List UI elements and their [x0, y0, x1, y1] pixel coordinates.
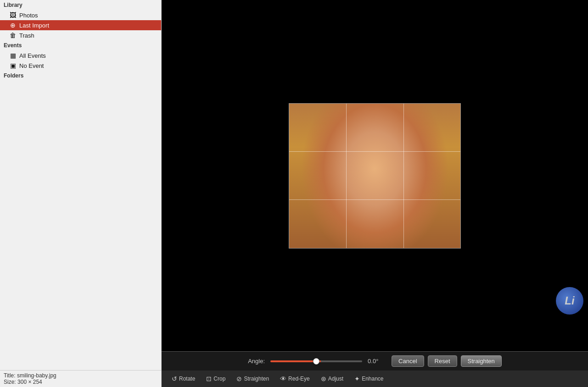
photos-icon: 🖼 [9, 11, 17, 19]
rotate-label: Rotate [179, 376, 195, 382]
sidebar-item-all-events[interactable]: ▦ All Events [0, 50, 161, 61]
folders-header: Folders [0, 71, 161, 81]
rotate-icon: ↺ [172, 375, 177, 382]
photo-size: Size: 300 × 254 [4, 379, 157, 385]
trash-icon: 🗑 [9, 32, 17, 39]
sidebar-item-no-event[interactable]: ▣ No Event [0, 61, 161, 71]
events-header: Events [0, 40, 161, 50]
sidebar-item-last-import[interactable]: ⊕ Last Import [0, 20, 161, 30]
watermark: Li [556, 287, 583, 315]
adjust-label: Adjust [328, 376, 343, 382]
tool-adjust[interactable]: ⊛ Adjust [316, 373, 348, 384]
sidebar-item-all-events-label: All Events [19, 52, 46, 59]
sidebar-item-trash[interactable]: 🗑 Trash [0, 30, 161, 40]
enhance-label: Enhance [362, 376, 383, 382]
photo-image [289, 103, 461, 249]
crop-icon: ⊡ [206, 375, 212, 382]
title-label: Title: [4, 372, 16, 379]
all-events-icon: ▦ [9, 52, 17, 59]
adjust-icon: ⊛ [321, 375, 326, 382]
sidebar-item-no-event-label: No Event [19, 62, 44, 69]
redeye-label: Red-Eye [288, 376, 310, 382]
sidebar-item-trash-label: Trash [19, 32, 34, 39]
sidebar-item-photos-label: Photos [19, 12, 38, 19]
tool-straighten[interactable]: ⊘ Straighten [232, 373, 274, 384]
library-header: Library [0, 0, 161, 10]
crop-label: Crop [213, 376, 225, 382]
enhance-icon: ✦ [354, 375, 360, 382]
angle-label: Angle: [248, 358, 265, 365]
photo-info: Title: smiling-baby.jpg Size: 300 × 254 [0, 370, 161, 387]
straighten-button[interactable]: Straighten [461, 355, 502, 367]
angle-slider[interactable] [270, 360, 362, 362]
last-import-icon: ⊕ [9, 22, 17, 29]
tool-redeye[interactable]: 👁 Red-Eye [275, 373, 314, 384]
title-value: smiling-baby.jpg [17, 372, 56, 379]
tool-crop[interactable]: ⊡ Crop [202, 373, 230, 384]
photo-container [289, 103, 461, 249]
photo-title: Title: smiling-baby.jpg [4, 372, 157, 379]
tool-rotate[interactable]: ↺ Rotate [167, 373, 200, 384]
logo-circle: Li [556, 287, 583, 315]
angle-value: 0.0° [368, 358, 386, 365]
sidebar-item-photos[interactable]: 🖼 Photos [0, 10, 161, 20]
sidebar-item-last-import-label: Last Import [19, 22, 49, 29]
cancel-button[interactable]: Cancel [392, 355, 424, 367]
bottom-bar: Angle: 0.0° Cancel Reset Straighten ↺ Ro… [162, 351, 588, 387]
size-label: Size: [4, 379, 16, 385]
tools-bar: ↺ Rotate ⊡ Crop ⊘ Straighten 👁 Red-Eye ⊛… [162, 370, 588, 387]
angle-buttons: Cancel Reset Straighten [392, 355, 502, 367]
tool-enhance[interactable]: ✦ Enhance [350, 373, 388, 384]
main-area: Li Angle: 0.0° Cancel Reset Straighten ↺… [162, 0, 588, 387]
no-event-icon: ▣ [9, 62, 17, 69]
reset-button[interactable]: Reset [428, 355, 457, 367]
straighten-tool-label: Straighten [244, 376, 269, 382]
angle-slider-container [270, 360, 362, 362]
straighten-tool-icon: ⊘ [236, 375, 242, 382]
angle-bar: Angle: 0.0° Cancel Reset Straighten [162, 352, 588, 370]
photo-area: Li [162, 0, 588, 351]
size-value: 300 × 254 [17, 379, 42, 385]
baby-face [289, 104, 460, 248]
sidebar: Library 🖼 Photos ⊕ Last Import 🗑 Trash E… [0, 0, 162, 387]
redeye-icon: 👁 [280, 375, 286, 382]
